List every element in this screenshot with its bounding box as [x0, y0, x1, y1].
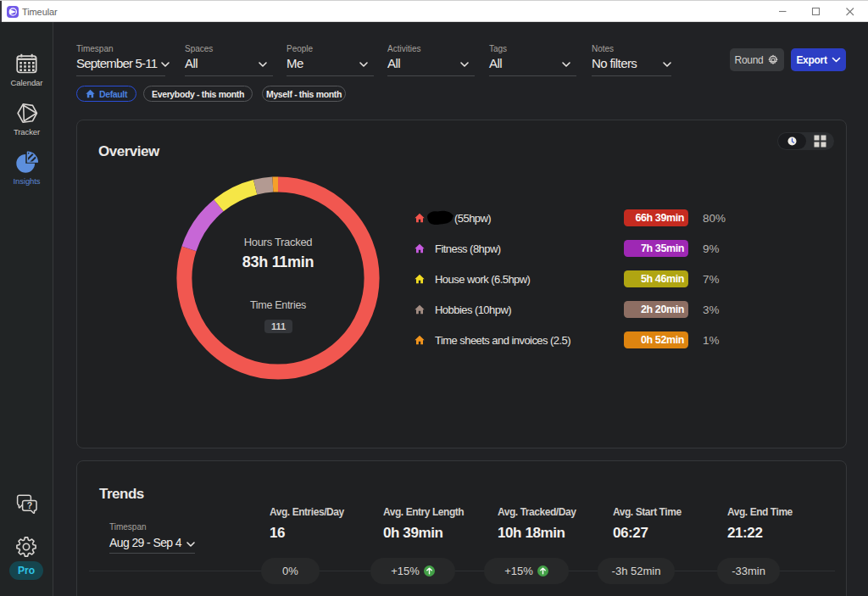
svg-text:?: ?	[27, 500, 32, 510]
